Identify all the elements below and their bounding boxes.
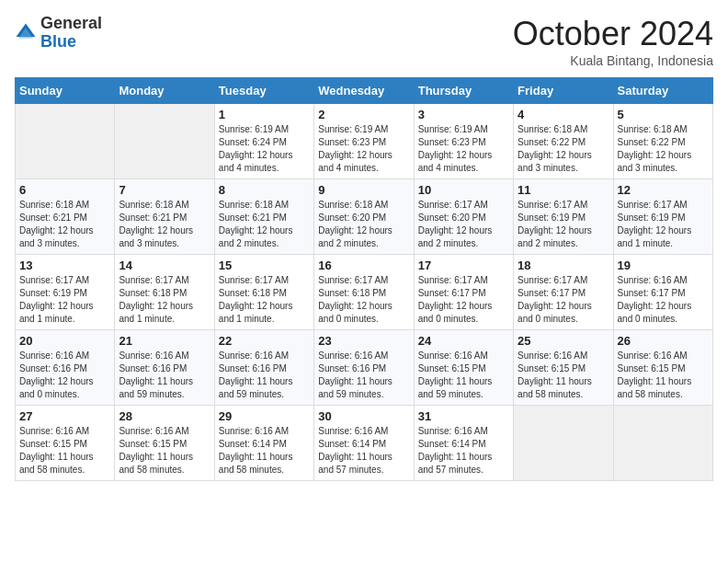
calendar-week-row: 27Sunrise: 6:16 AM Sunset: 6:15 PM Dayli…: [16, 406, 713, 481]
location: Kuala Bintang, Indonesia: [513, 53, 713, 68]
day-number: 15: [219, 259, 310, 272]
day-number: 19: [618, 259, 709, 272]
day-info: Sunrise: 6:17 AM Sunset: 6:19 PM Dayligh…: [19, 274, 110, 326]
day-number: 13: [19, 259, 110, 272]
calendar-cell: 30Sunrise: 6:16 AM Sunset: 6:14 PM Dayli…: [314, 406, 414, 481]
calendar-table: SundayMondayTuesdayWednesdayThursdayFrid…: [15, 77, 713, 481]
day-info: Sunrise: 6:16 AM Sunset: 6:15 PM Dayligh…: [119, 425, 210, 477]
day-number: 14: [119, 259, 210, 272]
calendar-cell: 19Sunrise: 6:16 AM Sunset: 6:17 PM Dayli…: [613, 255, 712, 330]
day-info: Sunrise: 6:18 AM Sunset: 6:21 PM Dayligh…: [219, 199, 310, 250]
day-number: 23: [318, 334, 409, 348]
day-number: 26: [618, 334, 709, 348]
day-info: Sunrise: 6:16 AM Sunset: 6:16 PM Dayligh…: [318, 350, 409, 401]
day-info: Sunrise: 6:16 AM Sunset: 6:16 PM Dayligh…: [19, 350, 110, 401]
day-info: Sunrise: 6:18 AM Sunset: 6:22 PM Dayligh…: [518, 123, 609, 175]
calendar-cell: 14Sunrise: 6:17 AM Sunset: 6:18 PM Dayli…: [115, 255, 214, 330]
day-number: 9: [318, 183, 409, 197]
calendar-cell: 17Sunrise: 6:17 AM Sunset: 6:17 PM Dayli…: [414, 255, 513, 330]
calendar-week-row: 6Sunrise: 6:18 AM Sunset: 6:21 PM Daylig…: [16, 179, 713, 255]
calendar-cell: 15Sunrise: 6:17 AM Sunset: 6:18 PM Dayli…: [214, 255, 313, 330]
logo: General Blue: [15, 15, 102, 52]
day-number: 17: [418, 259, 509, 272]
day-info: Sunrise: 6:16 AM Sunset: 6:15 PM Dayligh…: [618, 350, 709, 401]
day-info: Sunrise: 6:17 AM Sunset: 6:17 PM Dayligh…: [518, 274, 609, 326]
day-number: 25: [518, 334, 609, 348]
day-number: 27: [19, 409, 110, 423]
calendar-cell: 9Sunrise: 6:18 AM Sunset: 6:20 PM Daylig…: [314, 179, 414, 255]
calendar-cell: 1Sunrise: 6:19 AM Sunset: 6:24 PM Daylig…: [214, 104, 313, 179]
day-number: 3: [418, 108, 509, 121]
calendar-cell: 2Sunrise: 6:19 AM Sunset: 6:23 PM Daylig…: [314, 104, 414, 179]
weekday-header: Saturday: [613, 78, 712, 104]
calendar-cell: 28Sunrise: 6:16 AM Sunset: 6:15 PM Dayli…: [115, 406, 214, 481]
calendar-cell: 31Sunrise: 6:16 AM Sunset: 6:14 PM Dayli…: [414, 406, 513, 481]
calendar-cell: 13Sunrise: 6:17 AM Sunset: 6:19 PM Dayli…: [16, 255, 115, 330]
weekday-header: Thursday: [414, 78, 513, 104]
day-info: Sunrise: 6:16 AM Sunset: 6:14 PM Dayligh…: [318, 425, 409, 477]
calendar-cell: 22Sunrise: 6:16 AM Sunset: 6:16 PM Dayli…: [214, 330, 313, 406]
weekday-header: Tuesday: [214, 78, 313, 104]
day-number: 1: [219, 108, 310, 121]
weekday-header: Monday: [115, 78, 214, 104]
calendar-cell: 18Sunrise: 6:17 AM Sunset: 6:17 PM Dayli…: [514, 255, 613, 330]
calendar-cell: 21Sunrise: 6:16 AM Sunset: 6:16 PM Dayli…: [115, 330, 214, 406]
day-info: Sunrise: 6:19 AM Sunset: 6:23 PM Dayligh…: [318, 123, 409, 175]
day-number: 5: [618, 108, 709, 121]
day-info: Sunrise: 6:16 AM Sunset: 6:14 PM Dayligh…: [418, 425, 509, 477]
title-block: October 2024 Kuala Bintang, Indonesia: [513, 15, 713, 68]
calendar-cell: 24Sunrise: 6:16 AM Sunset: 6:15 PM Dayli…: [414, 330, 513, 406]
calendar-cell: 7Sunrise: 6:18 AM Sunset: 6:21 PM Daylig…: [115, 179, 214, 255]
logo-icon: [15, 22, 37, 44]
logo-text: General Blue: [40, 15, 102, 52]
day-info: Sunrise: 6:16 AM Sunset: 6:15 PM Dayligh…: [518, 350, 609, 401]
day-info: Sunrise: 6:18 AM Sunset: 6:21 PM Dayligh…: [119, 199, 210, 250]
day-number: 2: [318, 108, 409, 121]
day-number: 6: [19, 183, 110, 197]
day-info: Sunrise: 6:18 AM Sunset: 6:22 PM Dayligh…: [618, 123, 709, 175]
day-number: 30: [318, 409, 409, 423]
weekday-header-row: SundayMondayTuesdayWednesdayThursdayFrid…: [16, 78, 713, 104]
day-number: 31: [418, 409, 509, 423]
day-number: 20: [19, 334, 110, 348]
day-number: 24: [418, 334, 509, 348]
calendar-cell: 29Sunrise: 6:16 AM Sunset: 6:14 PM Dayli…: [214, 406, 313, 481]
day-number: 12: [618, 183, 709, 197]
day-number: 8: [219, 183, 310, 197]
day-number: 29: [219, 409, 310, 423]
calendar-cell: 10Sunrise: 6:17 AM Sunset: 6:20 PM Dayli…: [414, 179, 513, 255]
calendar-cell: 6Sunrise: 6:18 AM Sunset: 6:21 PM Daylig…: [16, 179, 115, 255]
day-number: 21: [119, 334, 210, 348]
calendar-cell: 8Sunrise: 6:18 AM Sunset: 6:21 PM Daylig…: [214, 179, 313, 255]
day-number: 18: [518, 259, 609, 272]
calendar-cell: 26Sunrise: 6:16 AM Sunset: 6:15 PM Dayli…: [613, 330, 712, 406]
day-info: Sunrise: 6:19 AM Sunset: 6:23 PM Dayligh…: [418, 123, 509, 175]
calendar-cell: [613, 406, 712, 481]
weekday-header: Friday: [514, 78, 613, 104]
day-number: 10: [418, 183, 509, 197]
calendar-cell: 16Sunrise: 6:17 AM Sunset: 6:18 PM Dayli…: [314, 255, 414, 330]
calendar-cell: 11Sunrise: 6:17 AM Sunset: 6:19 PM Dayli…: [514, 179, 613, 255]
calendar-cell: [16, 104, 115, 179]
day-info: Sunrise: 6:18 AM Sunset: 6:20 PM Dayligh…: [318, 199, 409, 250]
day-info: Sunrise: 6:17 AM Sunset: 6:18 PM Dayligh…: [219, 274, 310, 326]
day-number: 16: [318, 259, 409, 272]
day-info: Sunrise: 6:16 AM Sunset: 6:15 PM Dayligh…: [19, 425, 110, 477]
day-number: 4: [518, 108, 609, 121]
calendar-week-row: 13Sunrise: 6:17 AM Sunset: 6:19 PM Dayli…: [16, 255, 713, 330]
day-number: 28: [119, 409, 210, 423]
calendar-cell: 23Sunrise: 6:16 AM Sunset: 6:16 PM Dayli…: [314, 330, 414, 406]
day-info: Sunrise: 6:17 AM Sunset: 6:19 PM Dayligh…: [518, 199, 609, 250]
calendar-cell: 5Sunrise: 6:18 AM Sunset: 6:22 PM Daylig…: [613, 104, 712, 179]
day-info: Sunrise: 6:17 AM Sunset: 6:20 PM Dayligh…: [418, 199, 509, 250]
day-info: Sunrise: 6:16 AM Sunset: 6:15 PM Dayligh…: [418, 350, 509, 401]
calendar-cell: 27Sunrise: 6:16 AM Sunset: 6:15 PM Dayli…: [16, 406, 115, 481]
day-info: Sunrise: 6:17 AM Sunset: 6:19 PM Dayligh…: [618, 199, 709, 250]
calendar-cell: 3Sunrise: 6:19 AM Sunset: 6:23 PM Daylig…: [414, 104, 513, 179]
day-number: 11: [518, 183, 609, 197]
page-header: General Blue October 2024 Kuala Bintang,…: [15, 15, 713, 68]
day-info: Sunrise: 6:16 AM Sunset: 6:14 PM Dayligh…: [219, 425, 310, 477]
weekday-header: Sunday: [16, 78, 115, 104]
day-number: 7: [119, 183, 210, 197]
day-info: Sunrise: 6:18 AM Sunset: 6:21 PM Dayligh…: [19, 199, 110, 250]
